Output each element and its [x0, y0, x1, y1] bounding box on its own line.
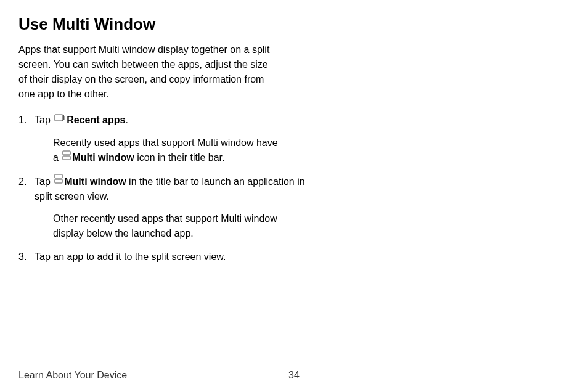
- step-1-bold: Recent apps: [67, 115, 125, 125]
- svg-rect-6: [55, 179, 62, 183]
- page-title: Use Multi Window: [18, 15, 570, 34]
- step-2-pre: Tap: [35, 176, 53, 187]
- step-3-text: Tap an app to add it to the split screen…: [35, 251, 226, 262]
- step-2: Tap Multi window in the title bar to lau…: [18, 174, 314, 242]
- page-footer: Learn About Your Device 34: [18, 370, 570, 381]
- intro-paragraph: Apps that support Multi window display t…: [18, 43, 277, 102]
- step-2-bold: Multi window: [64, 176, 126, 187]
- svg-rect-3: [63, 151, 70, 155]
- step-3: Tap an app to add it to the split screen…: [18, 250, 314, 264]
- step-1-sub-bold: Multi window: [72, 152, 134, 163]
- footer-section-name: Learn About Your Device: [18, 370, 127, 381]
- step-1-pre: Tap: [35, 115, 53, 125]
- step-1-post: .: [125, 115, 128, 125]
- step-1-subnote: Recently used apps that support Multi wi…: [35, 136, 281, 166]
- svg-rect-4: [63, 156, 70, 160]
- multi-window-icon: [62, 150, 71, 165]
- step-2-subnote: Other recently used apps that support Mu…: [35, 211, 281, 241]
- steps-list: Tap Recent apps. Recently used apps that…: [18, 113, 314, 264]
- step-1-sub-post: icon in their title bar.: [134, 152, 225, 163]
- recent-apps-icon: [54, 112, 65, 127]
- svg-rect-0: [55, 115, 63, 121]
- step-1: Tap Recent apps. Recently used apps that…: [18, 113, 314, 166]
- footer-page-number: 34: [288, 370, 300, 381]
- svg-rect-5: [55, 174, 62, 178]
- multi-window-icon: [54, 173, 63, 188]
